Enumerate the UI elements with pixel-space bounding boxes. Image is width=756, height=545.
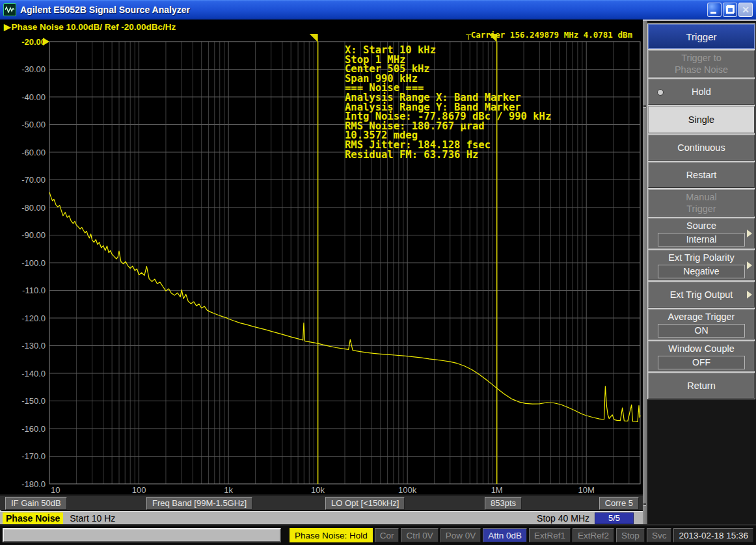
softkey-value: ON — [658, 324, 745, 338]
status-phase-noise-hold: Phase Noise: Hold — [290, 528, 373, 542]
x-axis-label: 10k — [311, 485, 325, 494]
sweep-stop-readout: Stop 40 MHz — [537, 513, 589, 524]
lo-opt-readout: LO Opt [<150kHz] — [325, 497, 405, 510]
close-icon: ✕ — [739, 3, 752, 16]
minimize-button[interactable] — [707, 3, 722, 17]
measurement-status-strip: IF Gain 50dBFreq Band [99M-1.5GHz]LO Opt… — [0, 494, 643, 510]
message-area — [3, 528, 281, 542]
band-marker-flag-1[interactable] — [310, 34, 318, 42]
status-attn: Attn 0dB — [483, 528, 527, 542]
y-axis-label: -70.00 — [21, 175, 46, 185]
x-axis-label: 10 — [51, 485, 60, 494]
x-axis-label: 10M — [578, 485, 595, 494]
x-axis-label: 1M — [491, 485, 503, 494]
active-measurement-label: Phase Noise — [3, 512, 63, 524]
y-axis-label: -150.0 — [21, 396, 46, 406]
correction-readout: Corre 5 — [599, 497, 639, 510]
softkey-page-indicator: 5/5 — [595, 512, 634, 524]
softkey-label: Window Couple — [668, 343, 735, 354]
submenu-arrow-icon — [747, 230, 752, 237]
radio-indicator-icon — [657, 89, 664, 96]
softkey-label: Hold — [692, 86, 711, 98]
title-bar: Agilent E5052B Signal Source Analyzer ✕ — [0, 0, 756, 20]
y-axis-label: -120.0 — [21, 313, 46, 323]
submenu-arrow-icon — [747, 261, 752, 269]
submenu-arrow-icon — [747, 291, 752, 299]
softkey-average-trigger[interactable]: Average TriggerON — [648, 309, 755, 339]
freq-band-readout: Freq Band [99M-1.5GHz] — [146, 497, 252, 510]
y-axis-label: -180.0 — [21, 479, 46, 489]
softkey-label: Ext Trig Output — [670, 289, 733, 300]
carrier-readout: ┬Carrier 156.249879 MHz 4.0781 dBm — [465, 30, 632, 40]
softkey-label: Ext Trig Polarity — [668, 252, 735, 263]
window-title: Agilent E5052B Signal Source Analyzer — [20, 5, 707, 15]
y-axis-label: -130.0 — [21, 341, 46, 351]
status-extref1: ExtRef1 — [529, 528, 571, 542]
clock: 2013-02-18 15:36 — [673, 528, 753, 542]
softkey-value: Negative — [658, 265, 745, 278]
y-axis-label: -170.0 — [21, 451, 46, 461]
softkey-label: Continuous — [677, 142, 725, 153]
softkey-restart[interactable]: Restart — [648, 162, 755, 188]
softkey-single[interactable]: Single — [648, 106, 755, 133]
phase-noise-plot: -20.00-30.00-40.00-50.00-60.00-70.00-80.… — [0, 20, 643, 494]
softkey-trigger-to-phase-noise: Trigger toPhase Noise — [648, 50, 755, 77]
status-indicators: Phase Noise: HoldCorCtrl 0VPow 0VAttn 0d… — [290, 528, 753, 542]
y-axis-label: -50.00 — [21, 120, 46, 129]
ref-level-marker[interactable] — [43, 38, 49, 46]
sweep-start-readout: Start 10 Hz — [70, 513, 115, 524]
y-axis-label: -60.00 — [21, 148, 46, 157]
softkey-ext-trig-polarity[interactable]: Ext Trig PolarityNegative — [648, 250, 755, 280]
y-axis-label: -140.0 — [21, 369, 46, 379]
softkey-menu: Trigger Trigger toPhase NoiseHoldSingleC… — [643, 21, 756, 524]
y-axis-label: -40.00 — [21, 92, 46, 102]
softkey-label: Phase Noise — [675, 64, 728, 75]
y-axis-label: -160.0 — [21, 424, 46, 434]
status-stop: Stop — [616, 528, 645, 542]
softkey-label: Restart — [686, 169, 717, 181]
softkey-hold[interactable]: Hold — [648, 79, 755, 105]
analysis-readout-line: Residual FM: 63.736 Hz — [345, 149, 478, 161]
softkey-return[interactable]: Return — [648, 373, 755, 399]
softkey-label: Average Trigger — [668, 311, 735, 323]
app-icon — [3, 3, 16, 16]
x-axis-label: 100 — [132, 485, 146, 494]
y-axis-label: -90.00 — [21, 230, 46, 240]
status-extref2: ExtRef2 — [573, 528, 614, 542]
softkey-label: Single — [688, 114, 714, 126]
points-readout: 853pts — [485, 497, 522, 510]
restore-button[interactable] — [723, 3, 737, 17]
y-axis-label: -100.0 — [21, 258, 46, 268]
instrument-status-bar: Phase Noise: HoldCorCtrl 0VPow 0VAttn 0d… — [0, 524, 756, 545]
softkey-window-couple[interactable]: Window CoupleOFF — [648, 341, 755, 371]
softkey-ext-trig-output[interactable]: Ext Trig Output — [648, 282, 755, 308]
softkey-source[interactable]: SourceInternal — [648, 218, 755, 248]
sweep-status-bar: Phase Noise Start 10 Hz Stop 40 MHz 5/5 — [0, 511, 643, 524]
softkey-manual-trigger: ManualTrigger — [648, 189, 755, 217]
softkey-label: Source — [686, 220, 716, 232]
y-axis-label: -80.00 — [21, 203, 46, 213]
y-axis-label: -20.00 — [21, 37, 46, 47]
softkey-label: Trigger to — [681, 52, 722, 64]
status-svc: Svc — [647, 528, 672, 542]
x-axis-label: 1k — [224, 485, 233, 494]
status-ctrl: Ctrl 0V — [401, 528, 438, 542]
softkey-label: Manual — [686, 191, 717, 203]
y-axis-label: -110.0 — [22, 286, 46, 295]
application-window: Agilent E5052B Signal Source Analyzer ✕ … — [0, 0, 756, 545]
close-button: ✕ — [738, 3, 753, 17]
y-axis-label: -30.00 — [21, 64, 46, 74]
softkey-value: OFF — [658, 356, 745, 369]
softkey-continuous[interactable]: Continuous — [648, 135, 755, 161]
softkey-list: Trigger Trigger toPhase NoiseHoldSingleC… — [647, 23, 755, 399]
measurement-screen: ▶Phase Noise 10.00dB/ Ref -20.00dBc/Hz -… — [0, 20, 643, 494]
softkey-gutter — [643, 21, 647, 524]
status-pow: Pow 0V — [440, 528, 481, 542]
softkey-menu-title: Trigger — [648, 24, 755, 49]
status-cor: Cor — [375, 528, 399, 542]
if-gain-readout: IF Gain 50dB — [5, 497, 67, 510]
softkey-value: Internal — [658, 233, 745, 246]
softkey-label: Trigger — [686, 203, 716, 215]
softkey-label: Return — [687, 380, 716, 392]
x-axis-label: 100k — [398, 485, 417, 494]
